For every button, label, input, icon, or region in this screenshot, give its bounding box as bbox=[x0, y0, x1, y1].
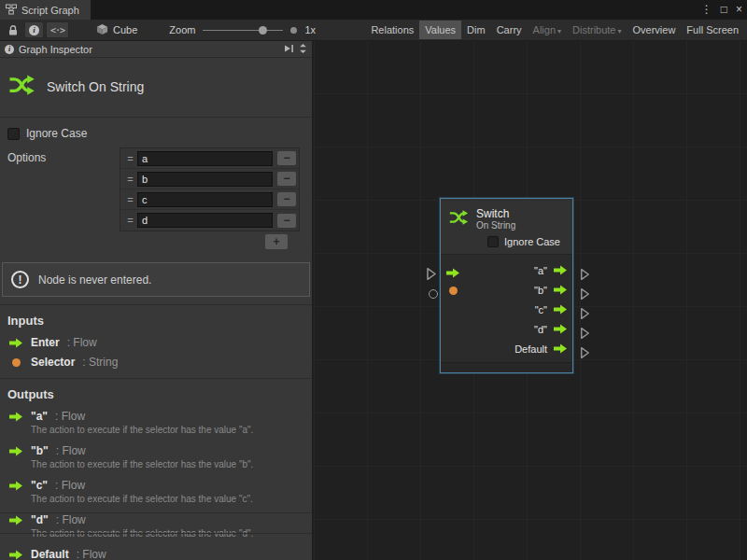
ignore-case-row: Ignore Case bbox=[0, 118, 312, 144]
drag-handle-icon[interactable]: = bbox=[123, 215, 137, 226]
flow-arrow-icon bbox=[554, 343, 568, 354]
overview-button[interactable]: Overview bbox=[627, 21, 682, 39]
option-remove-button[interactable]: − bbox=[277, 214, 296, 228]
window-close-icon[interactable]: × bbox=[736, 0, 742, 20]
port-description: The action to execute if the selector ha… bbox=[31, 425, 312, 435]
node-output-label: "c" bbox=[535, 304, 547, 315]
inputs-heading: Inputs bbox=[0, 305, 312, 330]
port-description: The action to execute if the selector ha… bbox=[31, 494, 312, 504]
window-menu-icon[interactable]: ⋮ bbox=[701, 0, 712, 20]
node-output-row-c[interactable]: "c" bbox=[441, 300, 572, 319]
port-row-d: "d" : Flow bbox=[0, 508, 312, 527]
option-input[interactable] bbox=[137, 192, 273, 207]
ext-port-triangle[interactable] bbox=[580, 268, 590, 285]
node-output-row-b[interactable]: "b" bbox=[441, 280, 572, 300]
enter-port-icon[interactable] bbox=[446, 265, 460, 282]
ignore-case-label: Ignore Case bbox=[26, 127, 87, 140]
warning-icon: ! bbox=[11, 271, 29, 288]
port-row-enter: Enter : Flow bbox=[0, 330, 312, 350]
outputs-heading: Outputs bbox=[0, 379, 312, 404]
graph-toolbar: i <·> Cube Zoom 1x Relations Values Dim … bbox=[0, 20, 747, 41]
node-header[interactable]: Switch On String bbox=[441, 199, 572, 233]
target-label: Cube bbox=[113, 24, 137, 35]
tab-script-graph[interactable]: Script Graph bbox=[0, 0, 91, 20]
ext-port-triangle[interactable] bbox=[426, 267, 437, 285]
info-icon: i bbox=[5, 45, 14, 54]
code-icon: <·> bbox=[50, 25, 64, 35]
tab-label: Script Graph bbox=[21, 5, 79, 16]
node-ignore-case-checkbox[interactable] bbox=[487, 236, 499, 247]
port-name: "b" bbox=[31, 444, 49, 457]
graph-canvas[interactable]: Switch On String Ignore Case "a" "b" "c" bbox=[313, 41, 747, 560]
drag-handle-icon[interactable]: = bbox=[123, 174, 137, 185]
fullscreen-button[interactable]: Full Screen bbox=[681, 21, 744, 39]
port-row-selector: Selector : String bbox=[0, 350, 312, 370]
drag-handle-icon[interactable]: = bbox=[123, 194, 137, 205]
graph-target[interactable]: Cube bbox=[96, 23, 137, 37]
relations-button[interactable]: Relations bbox=[365, 21, 419, 39]
port-row-default: Default : Flow bbox=[0, 542, 312, 560]
zoom-control: Zoom 1x bbox=[169, 24, 316, 36]
ext-port-circle[interactable] bbox=[429, 289, 438, 299]
window-tab-bar: Script Graph ⋮ □ × bbox=[0, 0, 747, 20]
flow-arrow-icon bbox=[9, 515, 23, 525]
distribute-button[interactable]: Distribute▾ bbox=[567, 21, 627, 39]
ext-port-triangle[interactable] bbox=[580, 307, 590, 324]
drag-handle-icon[interactable]: = bbox=[123, 153, 137, 164]
ignore-case-checkbox[interactable] bbox=[7, 128, 20, 140]
graph-inspector-header: i Graph Inspector bbox=[0, 41, 312, 58]
ext-port-triangle[interactable] bbox=[580, 346, 590, 363]
dock-icon[interactable] bbox=[283, 44, 294, 55]
zoom-slider[interactable] bbox=[203, 24, 283, 36]
divider bbox=[0, 533, 312, 534]
node-output-row-a[interactable]: "a" bbox=[441, 260, 572, 280]
warning-text: Node is never entered. bbox=[38, 273, 151, 287]
flow-arrow-icon bbox=[9, 446, 23, 456]
option-remove-button[interactable]: − bbox=[277, 192, 296, 206]
node-output-row-default[interactable]: Default bbox=[441, 339, 572, 358]
warning-box: ! Node is never entered. bbox=[2, 262, 310, 297]
switch-on-string-node[interactable]: Switch On String Ignore Case "a" "b" "c" bbox=[440, 198, 573, 373]
node-footer bbox=[441, 362, 572, 372]
toolbar-buttons: Relations Values Dim Carry Align▾ Distri… bbox=[365, 20, 744, 40]
resize-grip-icon[interactable] bbox=[299, 43, 307, 56]
chevron-down-icon: ▾ bbox=[618, 27, 622, 35]
zoom-slider-handle[interactable] bbox=[259, 26, 267, 35]
align-button[interactable]: Align▾ bbox=[528, 21, 567, 39]
option-add-row: + bbox=[7, 234, 288, 249]
inspector-node-title: Switch On String bbox=[47, 79, 144, 94]
option-input[interactable] bbox=[137, 213, 273, 228]
cube-icon bbox=[96, 23, 108, 37]
inspector-toggle-button[interactable]: i bbox=[24, 21, 44, 38]
values-button[interactable]: Values bbox=[419, 21, 461, 39]
option-row: = − bbox=[120, 189, 299, 210]
option-input[interactable] bbox=[137, 172, 273, 187]
node-output-row-d[interactable]: "d" bbox=[441, 319, 572, 339]
node-output-label: "d" bbox=[534, 324, 547, 335]
port-row-a: "a" : Flow bbox=[0, 404, 312, 424]
ext-port-triangle[interactable] bbox=[580, 327, 590, 343]
zoom-value: 1x bbox=[304, 24, 316, 35]
ext-port-triangle[interactable] bbox=[580, 287, 590, 304]
port-row-b: "b" : Flow bbox=[0, 439, 312, 458]
port-name: "c" bbox=[31, 479, 48, 492]
script-graph-icon bbox=[6, 4, 17, 17]
carry-button[interactable]: Carry bbox=[491, 21, 528, 39]
option-remove-button[interactable]: − bbox=[277, 172, 296, 186]
option-add-button[interactable]: + bbox=[265, 234, 288, 249]
option-remove-button[interactable]: − bbox=[277, 151, 296, 165]
flow-arrow-icon bbox=[9, 338, 23, 348]
port-description: The action to execute if the selector ha… bbox=[31, 459, 312, 469]
zoom-label: Zoom bbox=[169, 24, 195, 35]
window-maximize-icon[interactable]: □ bbox=[721, 0, 727, 20]
flow-arrow-icon bbox=[554, 324, 568, 334]
dim-button[interactable]: Dim bbox=[461, 21, 491, 39]
lock-icon[interactable] bbox=[4, 21, 22, 38]
option-input[interactable] bbox=[137, 151, 273, 166]
code-preview-button[interactable]: <·> bbox=[46, 21, 69, 38]
switch-on-string-icon bbox=[7, 71, 35, 102]
selector-port-icon[interactable] bbox=[449, 287, 458, 295]
port-name: Enter bbox=[31, 336, 60, 349]
zoom-slider-track bbox=[203, 30, 283, 31]
zoom-reset-icon[interactable] bbox=[290, 27, 297, 34]
